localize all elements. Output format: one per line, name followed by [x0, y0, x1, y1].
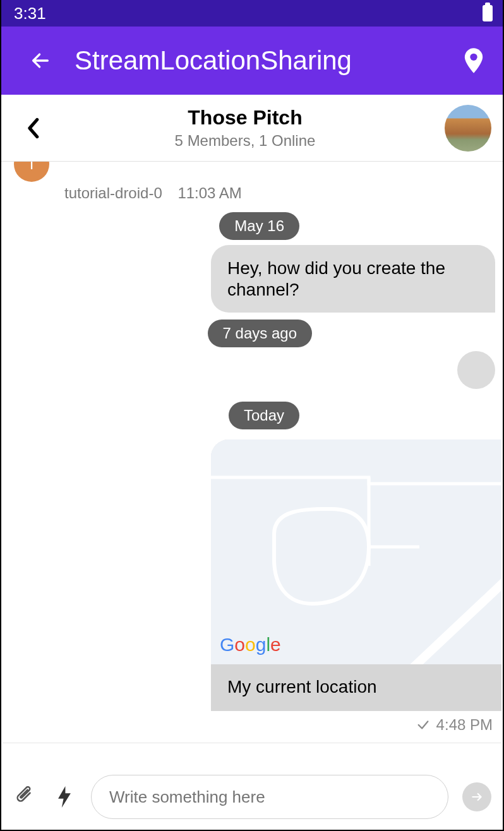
- map-roads-icon: [211, 439, 501, 664]
- avatar-initial: T: [27, 162, 37, 173]
- status-bar: 3:31: [1, 0, 503, 27]
- divider: [3, 743, 501, 743]
- sender-avatar[interactable]: T: [14, 162, 49, 182]
- message-status: 4:48 PM: [416, 716, 493, 734]
- channel-avatar[interactable]: [445, 105, 491, 152]
- channel-name: Those Pitch: [45, 106, 445, 129]
- lightning-icon: [57, 786, 71, 808]
- location-attachment[interactable]: Google My current location: [211, 439, 501, 711]
- map-preview[interactable]: Google: [211, 439, 501, 664]
- attachment-button[interactable]: [13, 784, 38, 810]
- sent-time: 4:48 PM: [436, 716, 493, 734]
- date-separator: Today: [229, 402, 299, 429]
- location-label: My current location: [211, 664, 501, 711]
- app-bar: StreamLocationSharing: [1, 27, 503, 95]
- svg-point-0: [470, 54, 477, 61]
- app-title: StreamLocationSharing: [75, 45, 460, 76]
- location-pin-icon: [463, 48, 484, 73]
- paperclip-icon: [16, 786, 35, 808]
- check-icon: [416, 718, 430, 732]
- location-pin-button[interactable]: [460, 47, 488, 75]
- message-bubble[interactable]: Hey, how did you create the channel?: [211, 245, 495, 313]
- lightning-button[interactable]: [52, 784, 77, 810]
- battery-icon: [483, 5, 493, 21]
- send-button[interactable]: [462, 782, 491, 811]
- sender-name: tutorial-droid-0: [64, 184, 162, 201]
- message-input-bar: [3, 765, 501, 828]
- status-time: 3:31: [14, 4, 46, 23]
- message-meta: tutorial-droid-0 11:03 AM: [64, 184, 242, 202]
- date-separator: 7 days ago: [208, 320, 312, 347]
- channel-back-button[interactable]: [20, 116, 45, 141]
- message-input[interactable]: [91, 775, 448, 819]
- channel-subtitle: 5 Members, 1 Online: [45, 132, 445, 150]
- date-pill: May 16: [219, 212, 299, 240]
- arrow-left-icon: [30, 50, 51, 71]
- channel-header: Those Pitch 5 Members, 1 Online: [1, 95, 503, 162]
- map-attribution: Google: [220, 634, 281, 655]
- message-bubble-empty[interactable]: [457, 351, 495, 389]
- arrow-right-icon: [471, 791, 483, 803]
- chevron-left-icon: [26, 117, 40, 139]
- back-button[interactable]: [27, 47, 54, 75]
- message-list[interactable]: T tutorial-droid-0 11:03 AM May 16 Hey, …: [3, 162, 501, 764]
- message-time: 11:03 AM: [177, 184, 241, 201]
- date-pill: Today: [229, 402, 299, 429]
- date-separator: May 16: [219, 212, 299, 240]
- date-pill: 7 days ago: [208, 320, 312, 347]
